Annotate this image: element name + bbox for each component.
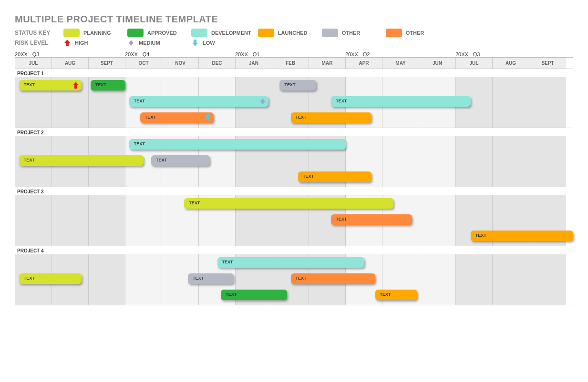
status-key-label: STATUS KEY	[15, 30, 57, 36]
project-label: PROJECT 3	[15, 187, 573, 195]
month-header: APR	[346, 58, 382, 69]
lane	[15, 211, 573, 228]
swatch-development	[191, 29, 207, 37]
task-bar-approved[interactable]: TEXT	[221, 290, 287, 300]
month-header: MAY	[382, 58, 419, 69]
project-lanes: TEXTTEXTTEXTTEXTTEXTTEXT	[15, 254, 573, 305]
month-header: FEB	[272, 58, 309, 69]
risk-medium-icon	[259, 98, 267, 105]
legend-other1-text: OTHER	[342, 30, 361, 36]
risk-low-text: LOW	[203, 40, 215, 46]
swatch-launched	[258, 29, 274, 37]
task-bar-development[interactable]: TEXT	[331, 96, 471, 107]
quarter-label: 20XX - Q4	[125, 51, 235, 57]
risk-low-icon	[204, 114, 212, 121]
month-header: MAR	[309, 58, 346, 69]
month-header: JUN	[419, 58, 456, 69]
month-header: SEPT	[89, 58, 125, 69]
swatch-other2	[386, 29, 402, 37]
project-section: PROJECT 3TEXTTEXTTEXT	[15, 187, 573, 246]
legend-launched: LAUNCHED	[258, 29, 315, 37]
task-bar-launched[interactable]: TEXT	[298, 171, 371, 182]
legend-other2: OTHER	[386, 29, 443, 37]
risk-high-icon	[72, 81, 80, 89]
lane-rows: TEXTTEXTTEXTTEXTTEXTTEXTTEXT	[15, 77, 573, 128]
task-bar-other2[interactable]: TEXT	[331, 214, 412, 225]
task-bar-planning[interactable]: TEXT	[19, 273, 82, 284]
legend-development-text: DEVELOPMENT	[211, 30, 251, 36]
task-bar-launched[interactable]: TEXT	[471, 231, 574, 241]
task-bar-other2[interactable]: TEXT	[140, 112, 214, 123]
status-key-row: STATUS KEY PLANNING APPROVED DEVELOPMENT…	[15, 29, 573, 37]
task-bar-approved[interactable]: TEXT	[91, 80, 125, 90]
legend-other2-text: OTHER	[406, 30, 424, 36]
task-bar-development[interactable]: TEXT	[129, 96, 269, 107]
quarter-label: 20XX - Q2	[345, 51, 455, 57]
month-header: DEC	[199, 58, 236, 69]
lane-rows: TEXTTEXTTEXTTEXT	[15, 136, 573, 187]
page-title: MULTIPLE PROJECT TIMELINE TEMPLATE	[15, 14, 573, 25]
month-header: JAN	[236, 58, 272, 69]
month-header: AUG	[52, 58, 89, 69]
swatch-planning	[63, 29, 80, 37]
quarter-label: 20XX - Q1	[235, 51, 345, 57]
task-bar-planning[interactable]: TEXT	[19, 155, 144, 166]
task-bar-other1[interactable]: TEXT	[279, 80, 316, 90]
month-header: AUG	[493, 58, 529, 69]
task-bar-planning[interactable]: TEXT	[19, 80, 82, 90]
timeline-template: MULTIPLE PROJECT TIMELINE TEMPLATE STATU…	[5, 5, 583, 377]
task-bar-other2[interactable]: TEXT	[291, 273, 375, 284]
lane-rows: TEXTTEXTTEXTTEXTTEXTTEXT	[15, 254, 573, 305]
risk-medium-text: MEDIUM	[139, 40, 160, 46]
project-label: PROJECT 1	[15, 69, 573, 77]
lane	[15, 169, 573, 185]
legend-other1: OTHER	[322, 29, 379, 37]
project-lanes: TEXTTEXTTEXTTEXTTEXTTEXTTEXT	[15, 77, 573, 128]
task-bar-other1[interactable]: TEXT	[151, 155, 210, 166]
quarter-label: 20XX - Q3	[455, 51, 566, 57]
project-lanes: TEXTTEXTTEXT	[15, 195, 573, 246]
task-bar-development[interactable]: TEXT	[129, 139, 346, 150]
project-section: PROJECT 1TEXTTEXTTEXTTEXTTEXTTEXTTEXT	[15, 69, 573, 128]
project-lanes: TEXTTEXTTEXTTEXT	[15, 136, 573, 187]
risk-level-label: RISK LEVEL	[15, 40, 57, 46]
project-label: PROJECT 4	[15, 246, 573, 254]
lane	[15, 287, 573, 303]
task-bar-planning[interactable]: TEXT	[184, 198, 393, 209]
legend-planning-text: PLANNING	[83, 30, 111, 36]
legend-development: DEVELOPMENT	[191, 29, 251, 37]
diamond-icon	[127, 39, 135, 47]
swatch-other1	[322, 29, 338, 37]
quarter-label: 20XX - Q3	[15, 51, 125, 57]
swatch-approved	[127, 29, 144, 37]
legend-approved: APPROVED	[127, 29, 185, 37]
task-bar-development[interactable]: TEXT	[217, 257, 364, 268]
month-header: NOV	[162, 58, 199, 69]
risk-high-text: HIGH	[75, 40, 88, 46]
lane-rows: TEXTTEXTTEXT	[15, 195, 573, 246]
legend-launched-text: LAUNCHED	[278, 30, 308, 36]
task-bar-launched[interactable]: TEXT	[375, 290, 418, 300]
project-section: PROJECT 2TEXTTEXTTEXTTEXT	[15, 128, 573, 187]
project-label: PROJECT 2	[15, 128, 573, 136]
task-bar-launched[interactable]: TEXT	[291, 112, 371, 123]
legend-risk-low: LOW	[191, 39, 248, 47]
month-header: SEPT	[529, 58, 566, 69]
legend-approved-text: APPROVED	[147, 30, 177, 36]
legend-risk-medium: MEDIUM	[127, 39, 185, 47]
month-header-row: JULAUGSEPTOCTNOVDECJANFEBMARAPRMAYJUNJUL…	[15, 57, 573, 69]
arrow-down-icon	[191, 39, 199, 47]
legend-risk-high: HIGH	[63, 39, 121, 47]
month-header: OCT	[125, 58, 162, 69]
legend-planning: PLANNING	[63, 29, 121, 37]
project-section: PROJECT 4TEXTTEXTTEXTTEXTTEXTTEXT	[15, 246, 573, 305]
month-header: JUL	[456, 58, 493, 69]
quarter-header-row: 20XX - Q320XX - Q420XX - Q120XX - Q220XX…	[15, 51, 573, 57]
risk-level-row: RISK LEVEL HIGH MEDIUM LOW	[15, 39, 573, 47]
projects-container: PROJECT 1TEXTTEXTTEXTTEXTTEXTTEXTTEXTPRO…	[15, 69, 573, 305]
month-header: JUL	[15, 58, 52, 69]
task-bar-other1[interactable]: TEXT	[188, 273, 234, 284]
lane	[15, 93, 573, 110]
arrow-up-icon	[63, 39, 71, 47]
